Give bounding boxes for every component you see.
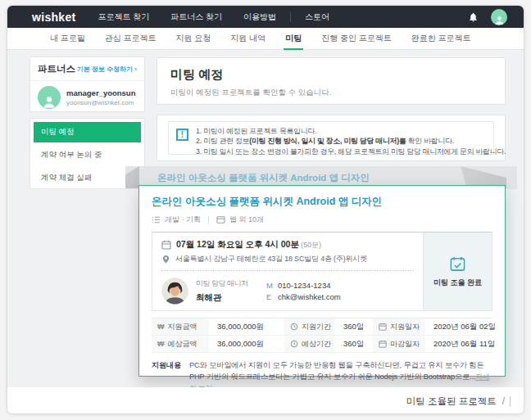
partner-card-title: 파트너스 bbox=[38, 63, 75, 75]
project-title-link[interactable]: 온라인 아웃소싱 플랫폼 위시켓 Android 앱 디자인 bbox=[152, 195, 492, 209]
meeting-datetime: 07월 12일 화요일 오후 4시 00분(50분) bbox=[176, 239, 321, 251]
label-apply-date: 지원일자 bbox=[373, 318, 425, 335]
sidebar-item-meeting-scheduled[interactable]: 미팅 예정 bbox=[34, 122, 141, 142]
manager-name: 최해관 bbox=[196, 292, 260, 304]
meeting-project-popup: 온라인 아웃소싱 플랫폼 위시켓 Android 앱 디자인 개발 · 기획 웹… bbox=[138, 185, 506, 377]
value-deadline-date: 2020년 06월 11일 bbox=[425, 339, 495, 350]
meeting-datetime-row: 07월 12일 화요일 오후 4시 00분(50분) bbox=[161, 239, 414, 251]
label-apply-amount: ₩지원금액 bbox=[152, 318, 209, 335]
value-expected-amount: 36,000,000원 bbox=[209, 339, 284, 350]
mobile-label: M bbox=[266, 281, 278, 290]
table-row: ₩예상금액 36,000,000원 예상기간 360일 마감일자 2020년 0… bbox=[152, 336, 492, 353]
footer: 미팅 조율된 프로젝트 / bbox=[7, 387, 524, 414]
label-deadline-date: 마감일자 bbox=[373, 336, 425, 352]
sidebar-item-contract-discussion[interactable]: 계약 여부 논의 중 bbox=[34, 145, 141, 165]
project-meta-row: 개발 · 기획 웹 외 10개 bbox=[152, 215, 492, 225]
nav-item-find-partners[interactable]: 파트너스 찾기 bbox=[160, 11, 233, 23]
meeting-duration: (50분) bbox=[301, 241, 321, 249]
partner-avatar bbox=[38, 86, 61, 109]
calendar-check-icon bbox=[449, 255, 466, 273]
partner-profile: manager_yoonsun yoonsun@wishket.com bbox=[30, 81, 144, 114]
manager-row: 미팅 담당 매니저 최해관 M010-1234-1234 Echk@wishke… bbox=[161, 278, 414, 305]
meeting-status-panel: 미팅 조율 완료 bbox=[423, 233, 492, 310]
project-category: 개발 · 기획 bbox=[165, 215, 201, 225]
footer-caption: 미팅 조율된 프로젝트 bbox=[406, 395, 497, 408]
footer-bar bbox=[510, 396, 511, 407]
notice-line-3: 3. 미팅 일시 또는 장소 변경이 불가피한 경우, 해당 프로젝트의 미팅 … bbox=[196, 147, 506, 156]
tab-interested-projects[interactable]: 관심 프로젝트 bbox=[95, 28, 166, 49]
project-scope: 웹 외 10개 bbox=[229, 215, 264, 225]
manager-email: chk@wishket.com bbox=[278, 292, 341, 301]
dotted-divider bbox=[161, 270, 414, 271]
value-apply-period: 360일 bbox=[335, 322, 373, 332]
manager-photo bbox=[161, 278, 188, 305]
wishket-logo[interactable]: wishket bbox=[32, 11, 75, 24]
nav-item-find-projects[interactable]: 프로젝트 찾기 bbox=[87, 11, 160, 23]
main-nav: 프로젝트 찾기 파트너스 찾기 이용방법 스토어 bbox=[87, 11, 340, 23]
tab-ongoing-projects[interactable]: 진행 중인 프로젝트 bbox=[311, 28, 402, 49]
tab-apply-history[interactable]: 지원 내역 bbox=[220, 28, 275, 49]
manager-mobile-row: M010-1234-1234 bbox=[266, 281, 341, 290]
notice-box: ! 1. 미팅이 예정된 프로젝트 목록입니다. 2. 미팅 관련 정보(미팅 … bbox=[168, 121, 494, 155]
status-badge: 미팅 조율 완료 bbox=[433, 278, 482, 288]
page-heading-card: 미팅 예정 미팅이 예정된 프로젝트를 확인할 수 있습니다. bbox=[157, 57, 506, 105]
calendar-icon bbox=[379, 323, 387, 331]
value-expected-period: 360일 bbox=[335, 339, 373, 350]
notice-card: ! 1. 미팅이 예정된 프로젝트 목록입니다. 2. 미팅 관련 정보(미팅 … bbox=[157, 115, 506, 161]
partner-card: 파트너스 기본 정보 수정하기 › manager_yoonsun yoonsu… bbox=[30, 56, 145, 112]
tab-meetings[interactable]: 미팅 bbox=[275, 28, 311, 49]
category-list-icon bbox=[152, 215, 161, 224]
manager-mobile: 010-1234-1234 bbox=[278, 281, 330, 290]
navbar-right bbox=[468, 9, 507, 25]
manager-contact: M010-1234-1234 Echk@wishket.com bbox=[266, 281, 341, 301]
meta-divider bbox=[208, 216, 209, 224]
tab-completed-projects[interactable]: 완료한 프로젝트 bbox=[402, 28, 481, 49]
manager-identity: 미팅 담당 매니저 최해관 bbox=[196, 279, 260, 304]
nav-divider bbox=[290, 12, 291, 22]
chevron-right-icon: › bbox=[134, 65, 137, 73]
bell-icon[interactable] bbox=[468, 11, 479, 23]
partner-email: yoonsun@wishket.com bbox=[66, 99, 135, 106]
manager-role: 미팅 담당 매니저 bbox=[196, 279, 260, 289]
background-project-title: 온라인 아웃소싱 플랫폼 위시켓 Android 앱 디자인 bbox=[157, 172, 370, 184]
label-expected-period: 예상기간 bbox=[284, 336, 335, 352]
project-terms-table: ₩지원금액 36,000,000원 지원기간 360일 지원일자 2020년 0… bbox=[152, 318, 492, 353]
partner-username: manager_yoonsun bbox=[66, 88, 135, 97]
notice-lines: 1. 미팅이 예정된 프로젝트 목록입니다. 2. 미팅 관련 정보(미팅 진행… bbox=[196, 126, 506, 156]
meeting-location-row: 서울특별시 강남구 테헤란로 43길 18 SC빌딩 4층 (주)위시켓 bbox=[161, 254, 414, 264]
label-expected-amount: ₩예상금액 bbox=[152, 336, 209, 352]
won-icon: ₩ bbox=[157, 340, 165, 348]
page-subtitle: 미팅이 예정된 프로젝트를 확인할 수 있습니다. bbox=[170, 88, 492, 98]
wishket-app-window: wishket 프로젝트 찾기 파트너스 찾기 이용방법 스토어 내 프로필 관… bbox=[7, 5, 524, 414]
edit-profile-link[interactable]: 기본 정보 수정하기 › bbox=[77, 65, 137, 74]
table-row: ₩지원금액 36,000,000원 지원기간 360일 지원일자 2020년 0… bbox=[152, 318, 492, 336]
value-apply-date: 2020년 06월 02일 bbox=[425, 322, 496, 332]
label-apply-period: 지원기간 bbox=[284, 318, 335, 335]
tab-apply-requests[interactable]: 지원 요청 bbox=[166, 28, 221, 49]
meeting-location: 서울특별시 강남구 테헤란로 43길 18 SC빌딩 4층 (주)위시켓 bbox=[175, 254, 367, 264]
page-title: 미팅 예정 bbox=[170, 67, 492, 83]
person-icon bbox=[494, 15, 505, 25]
clock-icon bbox=[290, 323, 298, 331]
clock-icon bbox=[290, 340, 298, 348]
notice-line-1: 1. 미팅이 예정된 프로젝트 목록입니다. bbox=[196, 126, 506, 136]
user-avatar[interactable] bbox=[491, 9, 507, 25]
meeting-info-left: 07월 12일 화요일 오후 4시 00분(50분) 서울특별시 강남구 테헤란… bbox=[152, 233, 423, 310]
sub-tabbar: 내 프로필 관심 프로젝트 지원 요청 지원 내역 미팅 진행 중인 프로젝트 … bbox=[7, 28, 524, 50]
email-label: E bbox=[266, 292, 278, 301]
calendar-icon bbox=[379, 340, 387, 348]
notice-line-2: 2. 미팅 관련 정보(미팅 진행 방식, 일시 및 장소, 미팅 담당 매니저… bbox=[196, 136, 506, 146]
footer-separator: / bbox=[502, 395, 505, 407]
won-icon: ₩ bbox=[157, 323, 165, 331]
nav-item-how-to-use[interactable]: 이용방법 bbox=[233, 11, 287, 23]
manager-email-row: Echk@wishket.com bbox=[266, 292, 341, 301]
exclamation-icon: ! bbox=[176, 129, 188, 141]
browser-icon bbox=[216, 215, 225, 224]
top-navbar: wishket 프로젝트 찾기 파트너스 찾기 이용방법 스토어 bbox=[7, 6, 524, 28]
partner-card-header: 파트너스 기본 정보 수정하기 › bbox=[30, 57, 144, 81]
tab-my-profile[interactable]: 내 프로필 bbox=[40, 28, 95, 49]
value-apply-amount: 36,000,000원 bbox=[209, 322, 284, 332]
nav-item-store[interactable]: 스토어 bbox=[294, 11, 340, 23]
content-area: 파트너스 기본 정보 수정하기 › manager_yoonsun yoonsu… bbox=[7, 50, 524, 387]
location-pin-icon bbox=[161, 255, 170, 264]
